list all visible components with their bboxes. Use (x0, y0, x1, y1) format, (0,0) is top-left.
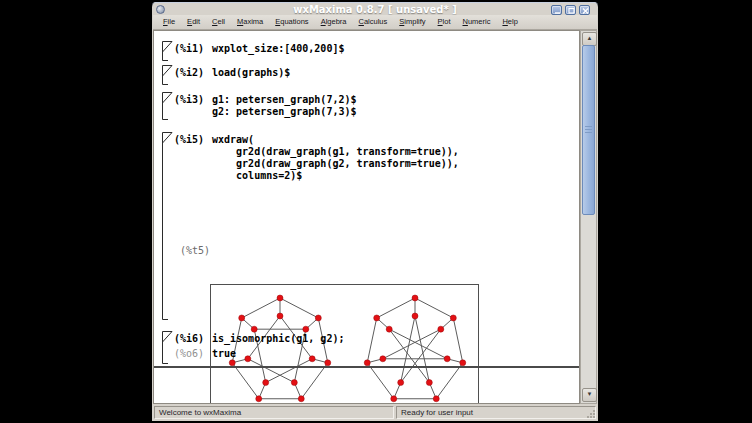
graph-vertex (229, 360, 235, 366)
cell-bracket[interactable] (161, 92, 173, 120)
output-label-t5: (%t5) (180, 245, 210, 256)
graph-vertex (412, 295, 418, 301)
menu-item-equations[interactable]: Equations (269, 15, 314, 29)
wxmaxima-window: wxMaxima 0.8.7 [ unsaved* ] FileEditCell… (152, 2, 598, 421)
close-button[interactable] (579, 5, 590, 15)
input-label: (%i6) (174, 333, 204, 344)
graph-vertex (438, 326, 444, 332)
scrollbar-grip-icon (585, 126, 592, 133)
graph-vertex (315, 315, 321, 321)
menu-item-plot[interactable]: Plot (432, 15, 457, 29)
menu-item-file[interactable]: File (157, 15, 181, 29)
menu-item-numeric[interactable]: Numeric (457, 15, 497, 29)
output-value: true (212, 348, 236, 359)
graph-vertex (309, 356, 315, 362)
resize-grip-icon[interactable] (587, 410, 595, 418)
graph-vertex (291, 380, 297, 386)
graph-vertex (398, 380, 404, 386)
graph-vertex (298, 396, 304, 402)
graph-vertex (239, 315, 245, 321)
cell-bracket[interactable] (161, 41, 173, 61)
graph-vertex (380, 356, 386, 362)
content-area: (%i1) wxplot_size:[400,200]$ (%i2) load(… (153, 30, 597, 404)
graph-vertex (256, 396, 262, 402)
menu-item-edit[interactable]: Edit (181, 15, 206, 29)
statusbar: Welcome to wxMaxima Ready for user input (153, 404, 597, 421)
graph-vertex (374, 315, 380, 321)
menu-item-help[interactable]: Help (496, 15, 523, 29)
horizontal-cursor[interactable] (154, 366, 579, 368)
scroll-up-button[interactable]: ▲ (582, 32, 597, 46)
arrow-up-icon: ▲ (587, 35, 593, 41)
graph-vertex (325, 360, 331, 366)
graph-vertex (303, 326, 309, 332)
titlebar[interactable]: wxMaxima 0.8.7 [ unsaved* ] (152, 2, 598, 16)
input-label: (%i2) (174, 67, 204, 78)
input-label: (%i3) (174, 94, 204, 105)
output-label-o6: (%o6) (174, 348, 204, 359)
cell-bracket[interactable] (161, 132, 173, 320)
input-code[interactable]: wxdraw( gr2d(draw_graph(g1, transform=tr… (212, 134, 459, 182)
graph-vertex (277, 313, 283, 319)
menu-item-cell[interactable]: Cell (206, 15, 231, 29)
graph-vertex (251, 326, 257, 332)
cell-bracket[interactable] (161, 65, 173, 85)
scrollbar-thumb[interactable] (582, 45, 595, 215)
graph-vertex (426, 380, 432, 386)
graph-vertex (450, 315, 456, 321)
input-code[interactable]: wxplot_size:[400,200]$ (212, 43, 344, 55)
graph-vertex (263, 380, 269, 386)
screen: wxMaxima 0.8.7 [ unsaved* ] FileEditCell… (0, 0, 752, 423)
graph-vertex (444, 356, 450, 362)
graph-vertex (433, 396, 439, 402)
input-label: (%i1) (174, 43, 204, 54)
input-code[interactable]: load(graphs)$ (212, 67, 290, 79)
arrow-down-icon: ▼ (587, 391, 593, 397)
titlebar-buttons (551, 5, 590, 15)
input-code[interactable]: is_isomorphic(g1, g2); (212, 333, 344, 345)
menu-item-simplify[interactable]: Simplify (393, 15, 431, 29)
menu-item-algebra[interactable]: Algebra (315, 15, 353, 29)
minimize-button[interactable] (551, 5, 562, 15)
graph-vertex (277, 295, 283, 301)
menu-item-maxima[interactable]: Maxima (231, 15, 269, 29)
worksheet[interactable]: (%i1) wxplot_size:[400,200]$ (%i2) load(… (153, 30, 580, 404)
graph-vertex (391, 396, 397, 402)
status-message-left: Welcome to wxMaxima (154, 406, 394, 419)
graph-vertex (460, 360, 466, 366)
menu-item-calculus[interactable]: Calculus (353, 15, 394, 29)
graph-vertex (412, 313, 418, 319)
menubar: FileEditCellMaximaEquationsAlgebraCalcul… (153, 15, 597, 30)
maximize-button[interactable] (565, 5, 576, 15)
graph-vertex (245, 356, 251, 362)
input-label: (%i5) (174, 134, 204, 145)
scroll-down-button[interactable]: ▼ (582, 388, 597, 402)
graph-vertex (364, 360, 370, 366)
status-message-right: Ready for user input (396, 406, 596, 419)
graph-vertex (386, 326, 392, 332)
input-code[interactable]: g1: petersen_graph(7,2)$ g2: petersen_gr… (212, 94, 357, 118)
vertical-scrollbar[interactable]: ▲ ▼ (580, 30, 597, 404)
cell-bracket[interactable] (161, 331, 173, 364)
